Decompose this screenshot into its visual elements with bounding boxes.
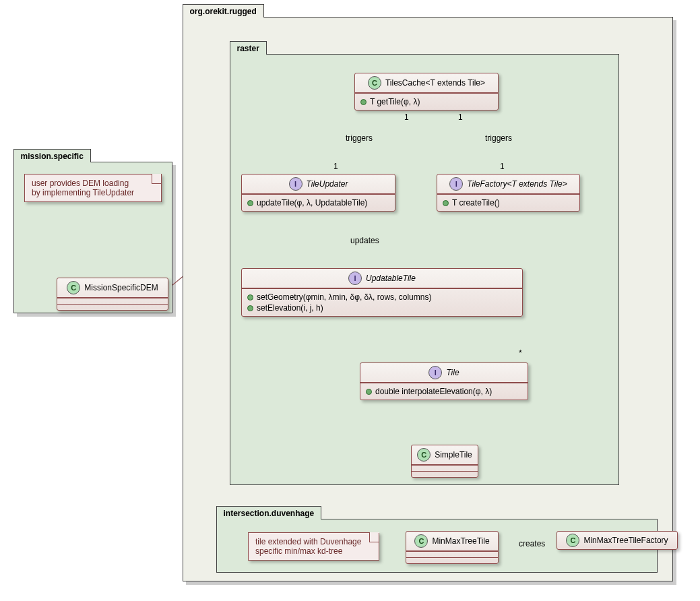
method: updateTile(φ, λ, UpdatableTile) — [247, 197, 389, 208]
mult-1: 1 — [500, 162, 505, 171]
label-updates: updates — [350, 236, 379, 245]
label-triggers-1: triggers — [346, 133, 373, 143]
interface-icon: I — [289, 177, 303, 191]
class-minmaxtreetilefactory: C MinMaxTreeTileFactory — [556, 531, 678, 550]
method: setElevation(i, j, h) — [247, 303, 517, 313]
interface-tileupdater: I TileUpdater updateTile(φ, λ, Updatable… — [241, 174, 395, 212]
interface-tile: I Tile double interpolateElevation(φ, λ) — [360, 362, 528, 400]
class-name: TilesCache<T extends Tile> — [385, 78, 485, 88]
class-name: MinMaxTreeTileFactory — [583, 536, 668, 545]
diagram-canvas: mission.specific org.orekit.rugged raste… — [0, 0, 700, 601]
class-name: TileUpdater — [307, 179, 348, 189]
interface-icon: I — [449, 177, 463, 191]
method: double interpolateElevation(φ, λ) — [366, 386, 522, 397]
class-name: MinMaxTreeTile — [432, 536, 489, 546]
label-triggers-2: triggers — [485, 133, 512, 143]
class-icon: C — [414, 534, 428, 548]
interface-icon: I — [428, 366, 442, 379]
label-creates: creates — [519, 539, 545, 548]
class-icon: C — [368, 76, 381, 90]
interface-tilefactory: I TileFactory<T extends Tile> T createTi… — [437, 174, 580, 212]
class-simpletile: C SimpleTile — [411, 445, 478, 478]
method: T createTile() — [443, 197, 574, 208]
note-duvenhage-tree: tile extended with Duvenhage specific mi… — [248, 532, 379, 561]
mult-star: * — [519, 348, 522, 358]
method: T getTile(φ, λ) — [360, 96, 492, 107]
class-name: UpdatableTile — [366, 274, 416, 283]
class-name: SimpleTile — [435, 450, 472, 460]
class-icon: C — [566, 534, 579, 547]
class-name: TileFactory<T extends Tile> — [467, 179, 567, 189]
mult-1: 1 — [333, 162, 338, 171]
package-tab: org.orekit.rugged — [183, 4, 264, 18]
mult-1: 1 — [404, 113, 409, 122]
class-icon: C — [417, 448, 431, 462]
mult-1: 1 — [458, 113, 463, 122]
note-text-line: specific min/max kd-tree — [255, 546, 372, 556]
class-name: Tile — [446, 368, 459, 377]
class-name: MissionSpecificDEM — [84, 283, 158, 292]
method: setGeometry(φmin, λmin, δφ, δλ, rows, co… — [247, 292, 517, 303]
class-missionspecificdem: C MissionSpecificDEM — [57, 278, 168, 311]
class-icon: C — [67, 281, 80, 294]
class-minmaxtreetile: C MinMaxTreeTile — [406, 531, 499, 564]
package-tab: mission.specific — [13, 149, 91, 162]
note-dem-loading: user provides DEM loading by implementin… — [24, 174, 162, 202]
interface-icon: I — [348, 272, 362, 285]
note-text-line: by implementing TileUpdater — [32, 188, 154, 197]
note-text-line: tile extended with Duvenhage — [255, 537, 372, 546]
package-tab: intersection.duvenhage — [216, 506, 322, 519]
package-tab: raster — [230, 41, 267, 55]
class-tilescache: C TilesCache<T extends Tile> T getTile(φ… — [354, 73, 499, 110]
note-text-line: user provides DEM loading — [32, 179, 154, 188]
interface-updatabletile: I UpdatableTile setGeometry(φmin, λmin, … — [241, 268, 523, 317]
